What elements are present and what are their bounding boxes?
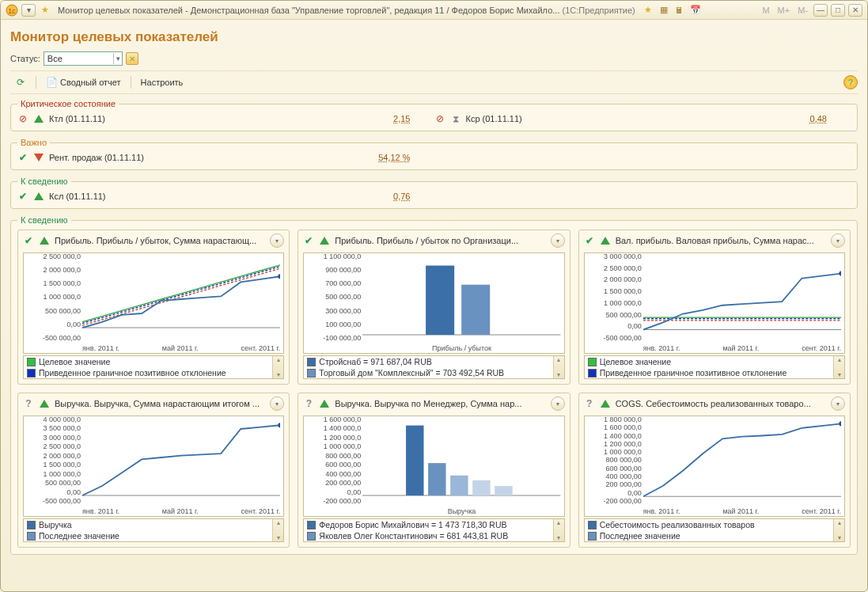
m-indicator: M	[760, 6, 771, 15]
chart-title: Выручка. Выручка по Менеджер, Сумма нар.…	[335, 399, 545, 408]
star-icon[interactable]: ★	[39, 4, 51, 17]
chart-menu-button[interactable]: ▾	[270, 233, 284, 248]
chart-legend: ВыручкаПоследнее значение ▴▾	[23, 518, 284, 542]
kpi-value[interactable]: 54,12 %	[378, 153, 434, 162]
chart-plot[interactable]: 2 500 000,02 000 000,01 500 000,01 000 0…	[23, 252, 284, 354]
summary-report-button[interactable]: 📄 Сводный отчет	[41, 74, 126, 90]
chart-menu-button[interactable]: ▾	[551, 233, 565, 248]
chart-legend: Себестоимость реализованных товаровПосле…	[584, 518, 845, 542]
legend-item: Яковлев Олег Константинович = 681 443,81…	[304, 530, 563, 541]
app-icon: 1c	[6, 4, 18, 17]
chart-title: Прибыль. Прибыль / убыток по Организаци.…	[335, 236, 545, 245]
check-icon: ✔	[17, 152, 28, 163]
svg-rect-13	[428, 463, 445, 495]
chart-plot[interactable]: 3 000 000,02 500 000,02 000 000,01 500 0…	[584, 252, 845, 354]
group-charts: К сведению ✔ Прибыль. Прибыль / убыток, …	[10, 215, 858, 555]
check-icon: ✔	[303, 235, 314, 246]
svg-rect-16	[495, 486, 513, 495]
stop-icon: ⊘	[17, 113, 28, 124]
scrollbar[interactable]: ▴▾	[272, 519, 283, 541]
group-legend: Критическое состояние	[17, 99, 119, 108]
y-axis-ticks: 2 500 000,02 000 000,01 500 000,01 000 0…	[25, 253, 81, 342]
status-select[interactable]: Все▾	[44, 51, 123, 66]
chart-menu-button[interactable]: ▾	[831, 397, 845, 411]
check-icon: ✔	[584, 235, 595, 246]
dropdown-button[interactable]: ▾	[21, 4, 36, 17]
svg-point-3	[278, 274, 280, 279]
svg-rect-14	[450, 476, 468, 495]
scrollbar[interactable]: ▴▾	[833, 519, 844, 541]
hourglass-icon: ⧗	[450, 113, 461, 124]
trend-up-icon	[33, 191, 44, 202]
legend-item: Последнее значение	[24, 530, 283, 541]
scrollbar[interactable]: ▴▾	[272, 356, 283, 378]
calc-icon[interactable]: 🖩	[673, 4, 686, 17]
question-icon: ?	[23, 398, 34, 409]
chart-plot[interactable]: 4 000 000,03 500 000,03 000 000,02 500 0…	[23, 416, 284, 517]
titlebar: 1c ▾ ★ Монитор целевых показателей - Дем…	[1, 1, 867, 20]
legend-item: Приведенное граничное позитивное отклоне…	[585, 367, 844, 378]
report-icon: 📄	[46, 77, 57, 88]
status-label: Статус:	[10, 54, 40, 63]
kpi-item: ✔ Ксл (01.11.11) 0,76	[17, 191, 434, 202]
scrollbar[interactable]: ▴▾	[553, 356, 564, 378]
kpi-value[interactable]: 2,15	[393, 114, 434, 123]
group-critical: Критическое состояние ⊘ Ктл (01.11.11) 2…	[10, 99, 858, 131]
chart-plot[interactable]: 1 600 000,01 400 000,01 200 000,01 000 0…	[303, 416, 564, 517]
legend-item: Стройснаб = 971 687,04 RUB	[304, 356, 563, 367]
chart-menu-button[interactable]: ▾	[270, 397, 284, 411]
svg-point-10	[278, 423, 280, 427]
kpi-item: ⊘ ⧗ Кср (01.11.11) 0,48	[434, 113, 851, 124]
chart-menu-button[interactable]: ▾	[831, 233, 845, 248]
chart-card: ✔ Прибыль. Прибыль / убыток, Сумма нарас…	[17, 230, 290, 385]
kpi-name: Ксл (01.11.11)	[49, 192, 389, 201]
kpi-item: ⊘ Ктл (01.11.11) 2,15	[17, 113, 434, 124]
kpi-name: Ктл (01.11.11)	[49, 114, 389, 123]
x-axis-ticks: янв. 2011 г.май 2011 г.сент. 2011 г.	[643, 507, 841, 515]
chart-menu-button[interactable]: ▾	[551, 397, 565, 411]
scrollbar[interactable]: ▴▾	[833, 356, 844, 378]
page-title: Монитор целевых показателей	[10, 29, 858, 45]
favorite-icon[interactable]: ★	[642, 4, 654, 17]
separator	[131, 76, 131, 89]
chart-card: ? Выручка. Выручка, Сумма нарастающим ит…	[17, 393, 290, 548]
legend-item: Последнее значение	[585, 530, 844, 541]
mminus-indicator: M-	[795, 6, 810, 15]
refresh-icon: ⟳	[15, 77, 26, 88]
svg-rect-12	[406, 426, 423, 495]
kpi-value[interactable]: 0,48	[810, 114, 851, 123]
x-axis-label: Выручка	[362, 507, 560, 515]
trend-up-icon	[33, 113, 44, 124]
grid-icon[interactable]: ▦	[658, 4, 670, 17]
close-button[interactable]: ✕	[848, 4, 862, 17]
chart-title: Прибыль. Прибыль / убыток, Сумма нараста…	[55, 236, 265, 245]
group-legend: К сведению	[17, 215, 71, 225]
chart-title: COGS. Себестоимость реализованных товаро…	[616, 399, 826, 408]
trend-up-icon	[39, 398, 50, 409]
svg-point-18	[839, 421, 841, 426]
kpi-name: Рент. продаж (01.11.11)	[49, 153, 373, 162]
legend-item: Приведенное граничное позитивное отклоне…	[24, 367, 283, 378]
x-axis-label: Прибыль / убыток	[362, 344, 560, 352]
configure-button[interactable]: Настроить	[136, 74, 188, 90]
maximize-button[interactable]: □	[831, 4, 845, 17]
scrollbar[interactable]: ▴▾	[553, 519, 564, 541]
chart-plot[interactable]: 1 800 000,01 600 000,01 400 000,01 200 0…	[584, 416, 845, 517]
trend-up-icon	[319, 235, 330, 246]
trend-down-icon	[33, 152, 44, 163]
chart-legend: Целевое значениеПриведенное граничное по…	[584, 355, 845, 379]
kpi-name: Кср (01.11.11)	[466, 114, 805, 123]
question-icon: ?	[584, 398, 595, 409]
y-axis-ticks: 4 000 000,03 500 000,03 000 000,02 500 0…	[25, 416, 81, 505]
chart-card: ? Выручка. Выручка по Менеджер, Сумма на…	[298, 393, 570, 548]
svg-text:1c: 1c	[8, 7, 16, 15]
kpi-value[interactable]: 0,76	[393, 192, 434, 201]
chart-legend: Федоров Борис Михайлович = 1 473 718,30 …	[303, 518, 564, 542]
legend-item: Себестоимость реализованных товаров	[585, 519, 844, 530]
chart-plot[interactable]: 1 100 000,0900 000,00700 000,00500 000,0…	[303, 252, 564, 354]
refresh-button[interactable]: ⟳	[10, 74, 31, 90]
clear-filter-button[interactable]: ✕	[126, 52, 138, 65]
calendar-icon[interactable]: 📅	[689, 4, 702, 17]
help-button[interactable]: ?	[843, 75, 858, 89]
minimize-button[interactable]: —	[813, 4, 828, 17]
